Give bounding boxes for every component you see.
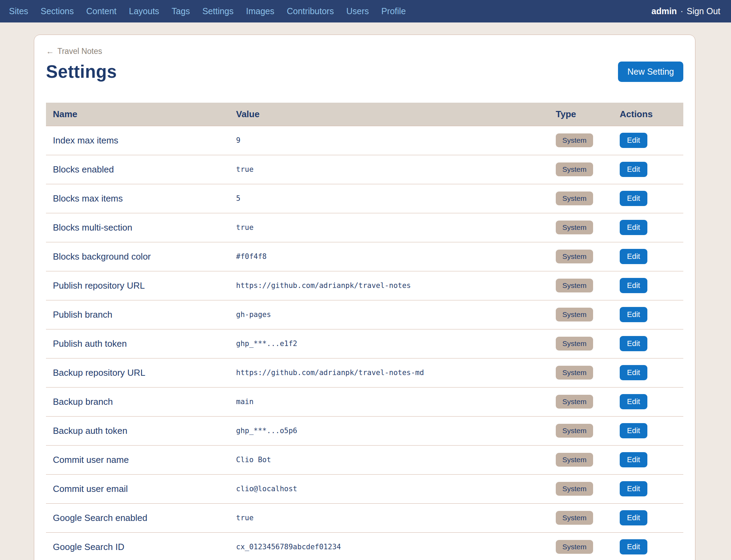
setting-type-cell: System — [549, 300, 613, 329]
setting-value: clio@localhost — [229, 474, 549, 503]
setting-name: Publish repository URL — [46, 271, 229, 300]
setting-name: Backup auth token — [46, 416, 229, 445]
setting-type-cell: System — [549, 184, 613, 213]
edit-button[interactable]: Edit — [620, 452, 647, 467]
title-row: Settings New Setting — [46, 62, 683, 82]
nav-link-contributors[interactable]: Contributors — [287, 6, 334, 16]
table-row: Blocks max items5SystemEdit — [46, 184, 683, 213]
setting-actions-cell: Edit — [613, 445, 683, 474]
sign-out-link[interactable]: Sign Out — [687, 6, 720, 16]
type-badge: System — [556, 337, 593, 351]
column-header-name: Name — [46, 103, 229, 126]
user-separator: · — [680, 6, 683, 16]
setting-name: Publish branch — [46, 300, 229, 329]
edit-button[interactable]: Edit — [620, 278, 647, 293]
current-user-label: admin — [652, 6, 677, 16]
table-header: Name Value Type Actions — [46, 103, 683, 126]
table-row: Backup branchmainSystemEdit — [46, 387, 683, 416]
type-badge: System — [556, 308, 593, 321]
nav-link-tags[interactable]: Tags — [172, 6, 190, 16]
type-badge: System — [556, 279, 593, 292]
table-row: Blocks multi-sectiontrueSystemEdit — [46, 213, 683, 242]
edit-button[interactable]: Edit — [620, 307, 647, 322]
type-badge: System — [556, 540, 593, 554]
type-badge: System — [556, 511, 593, 525]
setting-actions-cell: Edit — [613, 184, 683, 213]
setting-name: Publish auth token — [46, 329, 229, 358]
edit-button[interactable]: Edit — [620, 481, 647, 496]
column-header-actions: Actions — [613, 103, 683, 126]
type-badge: System — [556, 133, 593, 147]
page-title: Settings — [46, 62, 117, 82]
setting-name: Backup repository URL — [46, 358, 229, 387]
setting-actions-cell: Edit — [613, 300, 683, 329]
setting-type-cell: System — [549, 532, 613, 560]
setting-name: Index max items — [46, 126, 229, 155]
edit-button[interactable]: Edit — [620, 539, 647, 554]
edit-button[interactable]: Edit — [620, 394, 647, 409]
setting-name: Commit user name — [46, 445, 229, 474]
table-row: Index max items9SystemEdit — [46, 126, 683, 155]
setting-value: 5 — [229, 184, 549, 213]
setting-type-cell: System — [549, 213, 613, 242]
type-badge: System — [556, 192, 593, 205]
back-link[interactable]: ← Travel Notes — [46, 47, 102, 56]
nav-link-sections[interactable]: Sections — [41, 6, 74, 16]
setting-actions-cell: Edit — [613, 242, 683, 271]
setting-type-cell: System — [549, 242, 613, 271]
table-row: Google Search IDcx_0123456789abcdef01234… — [46, 532, 683, 560]
column-header-value: Value — [229, 103, 549, 126]
edit-button[interactable]: Edit — [620, 336, 647, 351]
back-link-label: Travel Notes — [57, 47, 102, 56]
setting-value: 9 — [229, 126, 549, 155]
nav-link-users[interactable]: Users — [346, 6, 369, 16]
table-row: Backup auth tokenghp_***...o5p6SystemEdi… — [46, 416, 683, 445]
nav-link-settings[interactable]: Settings — [202, 6, 233, 16]
setting-type-cell: System — [549, 387, 613, 416]
setting-actions-cell: Edit — [613, 474, 683, 503]
setting-value: cx_0123456789abcdef01234 — [229, 532, 549, 560]
setting-value: https://github.com/adrianpk/travel-notes — [229, 271, 549, 300]
setting-name: Blocks multi-section — [46, 213, 229, 242]
setting-name: Google Search ID — [46, 532, 229, 560]
setting-name: Blocks enabled — [46, 155, 229, 184]
setting-actions-cell: Edit — [613, 155, 683, 184]
edit-button[interactable]: Edit — [620, 249, 647, 264]
table-row: Google Search enabledtrueSystemEdit — [46, 503, 683, 532]
setting-type-cell: System — [549, 329, 613, 358]
setting-actions-cell: Edit — [613, 416, 683, 445]
edit-button[interactable]: Edit — [620, 162, 647, 177]
setting-value: ghp_***...e1f2 — [229, 329, 549, 358]
type-badge: System — [556, 162, 593, 176]
edit-button[interactable]: Edit — [620, 133, 647, 148]
type-badge: System — [556, 395, 593, 409]
nav-link-profile[interactable]: Profile — [381, 6, 406, 16]
setting-name: Commit user email — [46, 474, 229, 503]
type-badge: System — [556, 424, 593, 438]
nav-links: SitesSectionsContentLayoutsTagsSettingsI… — [9, 6, 418, 16]
top-navbar: SitesSectionsContentLayoutsTagsSettingsI… — [0, 0, 731, 22]
edit-button[interactable]: Edit — [620, 510, 647, 525]
new-setting-button[interactable]: New Setting — [618, 62, 683, 82]
nav-link-images[interactable]: Images — [246, 6, 274, 16]
setting-actions-cell: Edit — [613, 532, 683, 560]
nav-link-content[interactable]: Content — [86, 6, 116, 16]
setting-value: gh-pages — [229, 300, 549, 329]
table-row: Commit user nameClio BotSystemEdit — [46, 445, 683, 474]
setting-value: main — [229, 387, 549, 416]
table-row: Blocks background color#f0f4f8SystemEdit — [46, 242, 683, 271]
edit-button[interactable]: Edit — [620, 365, 647, 380]
setting-type-cell: System — [549, 445, 613, 474]
setting-name: Google Search enabled — [46, 503, 229, 532]
table-row: Blocks enabledtrueSystemEdit — [46, 155, 683, 184]
setting-actions-cell: Edit — [613, 126, 683, 155]
edit-button[interactable]: Edit — [620, 191, 647, 206]
table-row: Publish auth tokenghp_***...e1f2SystemEd… — [46, 329, 683, 358]
edit-button[interactable]: Edit — [620, 220, 647, 235]
setting-value: true — [229, 155, 549, 184]
type-badge: System — [556, 482, 593, 496]
setting-value: https://github.com/adrianpk/travel-notes… — [229, 358, 549, 387]
nav-link-sites[interactable]: Sites — [9, 6, 28, 16]
edit-button[interactable]: Edit — [620, 423, 647, 438]
nav-link-layouts[interactable]: Layouts — [129, 6, 159, 16]
